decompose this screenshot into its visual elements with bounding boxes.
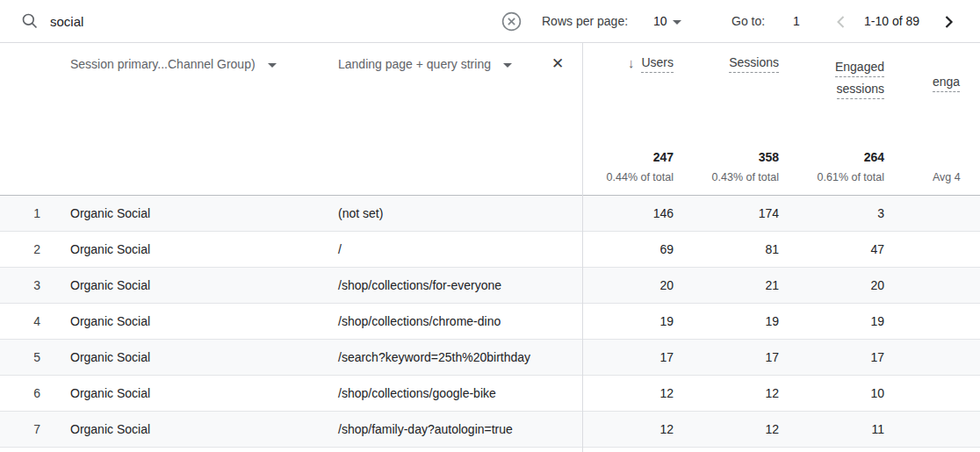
chevron-down-icon[interactable] xyxy=(673,20,681,25)
cell-channel: Organic Social xyxy=(70,232,150,267)
row-index: 2 xyxy=(25,232,40,267)
cell-sessions: 17 xyxy=(765,340,779,375)
chevron-down-icon xyxy=(268,63,277,68)
cell-channel: Organic Social xyxy=(70,304,150,339)
column-divider xyxy=(582,43,583,452)
cell-landing-page: /search?keyword=25th%20birthday xyxy=(338,340,530,375)
table-toolbar: social Rows per page: 10 Go to: 1 1-10 o… xyxy=(0,0,980,43)
cell-users: 20 xyxy=(659,268,674,303)
cell-channel: Organic Social xyxy=(70,196,150,231)
cell-landing-page: /shop/family-day?autologin=true xyxy=(338,412,513,447)
row-index: 5 xyxy=(25,340,40,375)
dimension-dropdown-landing-page-label: Landing page + query string xyxy=(338,57,491,71)
cell-landing-page: /shop/collections/google-bike xyxy=(338,376,496,411)
sort-descending-icon: ↓ xyxy=(628,55,635,70)
cell-landing-page: / xyxy=(338,232,342,267)
total-engaged-sessions-share: 0.61% of total xyxy=(818,171,884,183)
total-sessions: 358 xyxy=(759,150,779,164)
row-index: 4 xyxy=(25,304,40,339)
cell-users: 17 xyxy=(659,340,674,375)
column-header-engagement-clipped-label: enga xyxy=(933,75,960,92)
table-row[interactable]: 3 Organic Social /shop/collections/for-e… xyxy=(0,268,980,304)
cell-landing-page: /shop/collections/chrome-dino xyxy=(338,304,501,339)
cell-engaged-sessions: 17 xyxy=(870,340,884,375)
search-input[interactable]: social xyxy=(50,0,83,43)
column-header-users-label: Users xyxy=(641,55,674,73)
dimension-dropdown-channel-group-label: Session primary...Channel Group) xyxy=(70,57,256,71)
column-header-engaged-line1: Engaged xyxy=(835,60,884,77)
cell-sessions: 21 xyxy=(765,268,779,303)
cell-sessions: 174 xyxy=(759,196,779,231)
cell-sessions: 12 xyxy=(765,412,779,447)
table-row[interactable]: 5 Organic Social /search?keyword=25th%20… xyxy=(0,340,980,376)
cell-engaged-sessions: 3 xyxy=(877,196,884,231)
cell-sessions: 81 xyxy=(765,232,779,267)
total-engaged-sessions: 264 xyxy=(864,150,884,164)
pagination-range: 1-10 of 89 xyxy=(864,0,919,43)
column-header-sessions-label: Sessions xyxy=(729,55,779,73)
column-header-engaged-sessions[interactable]: Engaged sessions xyxy=(835,55,884,99)
cell-landing-page: /shop/collections/for-everyone xyxy=(338,268,501,303)
dimension-dropdown-channel-group[interactable]: Session primary...Channel Group) xyxy=(70,57,277,71)
column-header-engagement-clipped[interactable]: enga xyxy=(933,75,980,92)
row-index: 6 xyxy=(25,376,40,411)
cell-engaged-sessions: 47 xyxy=(870,232,884,267)
cell-engaged-sessions: 19 xyxy=(870,304,884,339)
dimension-dropdown-landing-page[interactable]: Landing page + query string xyxy=(338,57,512,71)
analytics-table-panel: social Rows per page: 10 Go to: 1 1-10 o… xyxy=(0,0,980,452)
cell-channel: Organic Social xyxy=(70,376,150,411)
rows-per-page-select[interactable]: 10 xyxy=(653,0,667,43)
chevron-down-icon xyxy=(503,63,512,68)
row-index: 3 xyxy=(25,268,40,303)
cell-users: 19 xyxy=(659,304,674,339)
cell-users: 146 xyxy=(653,196,674,231)
cell-landing-page: (not set) xyxy=(338,196,383,231)
go-to-input[interactable]: 1 xyxy=(793,0,800,43)
table-row[interactable]: 6 Organic Social /shop/collections/googl… xyxy=(0,376,980,412)
next-page-icon[interactable] xyxy=(938,11,959,32)
cell-engaged-sessions: 10 xyxy=(870,376,884,411)
column-header-users[interactable]: ↓Users xyxy=(628,55,674,73)
cell-users: 12 xyxy=(659,376,674,411)
cell-channel: Organic Social xyxy=(70,412,150,447)
cell-channel: Organic Social xyxy=(70,340,150,375)
table-body: 1 Organic Social (not set) 146 174 3 2 O… xyxy=(0,196,980,452)
table-row[interactable]: 1 Organic Social (not set) 146 174 3 xyxy=(0,196,980,232)
table-row[interactable]: 2 Organic Social / 69 81 47 xyxy=(0,232,980,268)
row-index: 7 xyxy=(25,412,40,447)
cell-users: 69 xyxy=(659,232,674,267)
search-icon xyxy=(21,12,39,30)
table-row[interactable]: 4 Organic Social /shop/collections/chrom… xyxy=(0,304,980,340)
total-extra-share-clipped: Avg 4 xyxy=(933,171,962,183)
cell-engaged-sessions: 11 xyxy=(871,412,884,447)
column-header-sessions[interactable]: Sessions xyxy=(729,55,779,73)
total-users-share: 0.44% of total xyxy=(607,171,674,183)
total-users: 247 xyxy=(653,150,674,164)
previous-page-icon[interactable] xyxy=(831,11,852,32)
total-sessions-share: 0.43% of total xyxy=(712,171,779,183)
cell-sessions: 12 xyxy=(765,376,779,411)
table-row-partial[interactable] xyxy=(0,448,980,452)
clear-search-icon[interactable] xyxy=(501,11,522,32)
cell-users: 12 xyxy=(659,412,674,447)
go-to-label: Go to: xyxy=(731,0,765,43)
column-header-engaged-line2: sessions xyxy=(837,82,884,99)
rows-per-page-label: Rows per page: xyxy=(542,0,628,43)
remove-dimension-icon[interactable]: ✕ xyxy=(551,56,564,72)
row-index: 1 xyxy=(25,196,40,231)
cell-channel: Organic Social xyxy=(70,268,150,303)
cell-sessions: 19 xyxy=(765,304,779,339)
table-header: Session primary...Channel Group) Landing… xyxy=(0,43,980,196)
table-row[interactable]: 7 Organic Social /shop/family-day?autolo… xyxy=(0,412,980,448)
cell-engaged-sessions: 20 xyxy=(870,268,884,303)
